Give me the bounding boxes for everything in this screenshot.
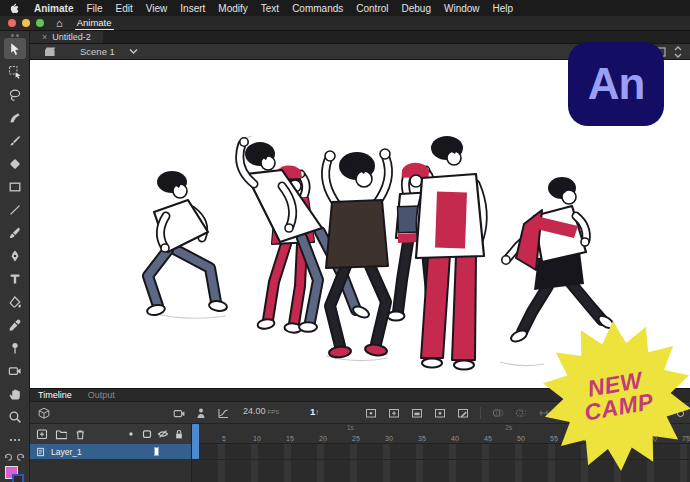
frame-dot-icon[interactable] bbox=[365, 407, 377, 419]
menu-animate[interactable]: Animate bbox=[34, 3, 73, 14]
tool-list bbox=[4, 38, 26, 450]
new-folder-icon[interactable] bbox=[55, 428, 67, 440]
selection-tool[interactable] bbox=[4, 38, 26, 59]
classic-brush-tool[interactable] bbox=[4, 130, 26, 151]
new-camp-badge: NEW CAMP bbox=[529, 308, 690, 482]
layer-page-icon[interactable] bbox=[36, 447, 46, 457]
document-tab[interactable]: × Untitled-2 bbox=[30, 31, 103, 43]
outline-box-icon[interactable] bbox=[141, 428, 153, 440]
chevron-down-icon[interactable] bbox=[129, 48, 138, 55]
apple-icon[interactable] bbox=[10, 2, 21, 14]
menu-debug[interactable]: Debug bbox=[402, 3, 431, 14]
ruler-second-2s: 2s bbox=[505, 424, 512, 431]
line-tool[interactable] bbox=[4, 199, 26, 220]
menu-commands[interactable]: Commands bbox=[292, 3, 343, 14]
camera-icon[interactable] bbox=[173, 407, 185, 419]
graph-icon[interactable] bbox=[217, 407, 229, 419]
traffic-light-minimize[interactable] bbox=[22, 19, 30, 27]
menu-text[interactable]: Text bbox=[261, 3, 279, 14]
ruler-frame-25: 25 bbox=[352, 435, 360, 442]
menu-view[interactable]: View bbox=[146, 3, 168, 14]
layer-outline-chip[interactable] bbox=[154, 447, 159, 456]
dancer-brown-tee bbox=[325, 149, 390, 358]
traffic-light-zoom[interactable] bbox=[36, 19, 44, 27]
menu-bar: AnimateFileEditViewInsertModifyTextComma… bbox=[0, 0, 690, 16]
menu-control[interactable]: Control bbox=[356, 3, 388, 14]
layer-controls bbox=[36, 428, 86, 440]
layer-row[interactable]: Layer_1 bbox=[30, 444, 191, 459]
asset-warp-tool[interactable] bbox=[4, 337, 26, 358]
fps-value[interactable]: 24.00 bbox=[243, 406, 266, 416]
highlight-dot-icon[interactable] bbox=[125, 428, 137, 440]
layer-toggles bbox=[125, 428, 185, 440]
badge-text: NEW CAMP bbox=[529, 308, 690, 482]
fluid-brush-tool[interactable] bbox=[4, 107, 26, 128]
menu-edit[interactable]: Edit bbox=[116, 3, 133, 14]
ruler-frame-15: 15 bbox=[286, 435, 294, 442]
more-options[interactable] bbox=[4, 429, 26, 450]
layer-list: Layer_1 bbox=[30, 444, 191, 459]
animate-logo: An bbox=[568, 42, 664, 126]
stroke-color-swatch[interactable] bbox=[12, 474, 24, 482]
scene-icon[interactable] bbox=[44, 46, 56, 57]
menu-help[interactable]: Help bbox=[493, 3, 514, 14]
current-frame-unit: f bbox=[316, 409, 318, 416]
rotate-right-icon bbox=[16, 452, 25, 461]
parent-view-icon[interactable] bbox=[195, 407, 207, 419]
add-layer-icon[interactable] bbox=[36, 428, 48, 440]
current-frame-control[interactable]: 1 f bbox=[310, 406, 318, 417]
menu-modify[interactable]: Modify bbox=[218, 3, 247, 14]
close-tab-icon[interactable]: × bbox=[42, 32, 47, 42]
zoom-stepper-icon[interactable] bbox=[674, 46, 682, 58]
fps-unit: FPS bbox=[268, 409, 280, 415]
tools-panel bbox=[0, 31, 30, 482]
hand-tool[interactable] bbox=[4, 383, 26, 404]
fps-control[interactable]: 24.00 FPS bbox=[243, 406, 279, 416]
scene-breadcrumb[interactable]: Scene 1 bbox=[80, 46, 115, 57]
camera-tool[interactable] bbox=[4, 360, 26, 381]
tab-output[interactable]: Output bbox=[88, 390, 115, 400]
paint-bucket-tool[interactable] bbox=[4, 291, 26, 312]
tab-timeline[interactable]: Timeline bbox=[38, 390, 72, 400]
menu-window[interactable]: Window bbox=[444, 3, 480, 14]
frame-key-icon[interactable] bbox=[434, 407, 446, 419]
cube-icon[interactable] bbox=[38, 407, 50, 419]
frame-filled-icon[interactable] bbox=[411, 407, 423, 419]
delete-layer-icon[interactable] bbox=[74, 428, 86, 440]
eraser-tool[interactable] bbox=[4, 153, 26, 174]
traffic-lights bbox=[8, 19, 44, 27]
ruler-frame-30: 30 bbox=[385, 435, 393, 442]
ruler-frame-10: 10 bbox=[253, 435, 261, 442]
lasso-tool[interactable] bbox=[4, 84, 26, 105]
lock-icon[interactable] bbox=[173, 428, 185, 440]
ruler-frame-20: 20 bbox=[319, 435, 327, 442]
menu-file[interactable]: File bbox=[86, 3, 102, 14]
layers-empty-area[interactable] bbox=[30, 459, 191, 482]
rectangle-tool[interactable] bbox=[4, 176, 26, 197]
eye-hidden-icon[interactable] bbox=[157, 428, 169, 440]
ruler-frame-35: 35 bbox=[418, 435, 426, 442]
current-frame-value[interactable]: 1 bbox=[310, 406, 315, 417]
pen-tool[interactable] bbox=[4, 245, 26, 266]
window-tab-animate[interactable]: Animate bbox=[75, 17, 114, 30]
transform-icons[interactable] bbox=[4, 452, 25, 461]
color-swatches[interactable] bbox=[4, 464, 26, 482]
layers-panel: Layer_1 bbox=[30, 424, 192, 482]
frame-plus-icon[interactable] bbox=[388, 407, 400, 419]
zoom-tool[interactable] bbox=[4, 406, 26, 427]
menu-insert[interactable]: Insert bbox=[180, 3, 205, 14]
frame-pencil-icon[interactable] bbox=[457, 407, 469, 419]
home-icon[interactable]: ⌂ bbox=[56, 18, 63, 28]
text-tool[interactable] bbox=[4, 268, 26, 289]
layers-header bbox=[30, 424, 191, 444]
traffic-light-close[interactable] bbox=[8, 19, 16, 27]
eyedropper-tool[interactable] bbox=[4, 314, 26, 335]
layer-name[interactable]: Layer_1 bbox=[51, 447, 82, 457]
onion-skin-icon[interactable] bbox=[492, 407, 504, 419]
animate-app-window: AnimateFileEditViewInsertModifyTextComma… bbox=[0, 0, 690, 482]
playhead[interactable] bbox=[192, 424, 199, 459]
onion-outline-icon[interactable] bbox=[515, 407, 527, 419]
paint-brush-tool[interactable] bbox=[4, 222, 26, 243]
separator bbox=[480, 407, 481, 419]
free-transform-tool[interactable] bbox=[4, 61, 26, 82]
